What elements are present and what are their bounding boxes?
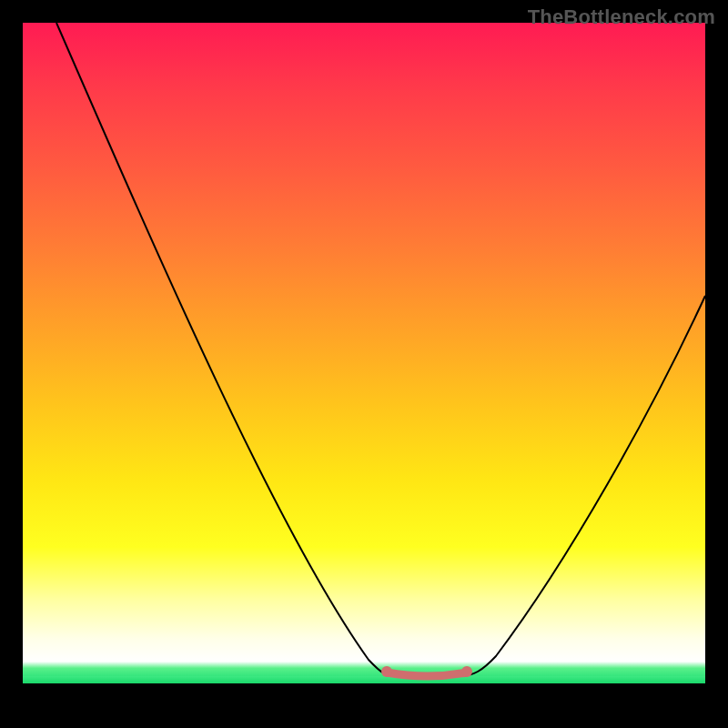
optimal-range-start-dot	[381, 666, 392, 677]
chart-frame	[23, 23, 705, 705]
optimal-range-segment	[387, 672, 467, 676]
watermark-text: TheBottleneck.com	[528, 5, 715, 29]
chart-svg	[23, 23, 705, 705]
bottleneck-curve-line	[56, 23, 705, 676]
optimal-range-end-dot	[461, 666, 472, 677]
